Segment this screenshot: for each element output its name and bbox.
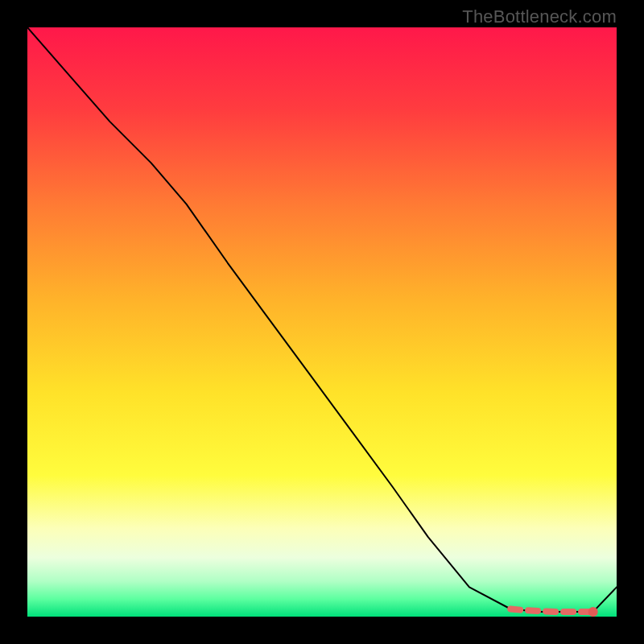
chart-plot-area bbox=[27, 27, 617, 617]
attribution-label: TheBottleneck.com bbox=[462, 6, 617, 27]
highlight-end-dot bbox=[588, 607, 598, 617]
highlight-dash bbox=[510, 609, 593, 613]
chart-frame: TheBottleneck.com bbox=[0, 0, 644, 644]
chart-svg bbox=[27, 27, 617, 617]
chart-gradient-background bbox=[27, 27, 617, 617]
